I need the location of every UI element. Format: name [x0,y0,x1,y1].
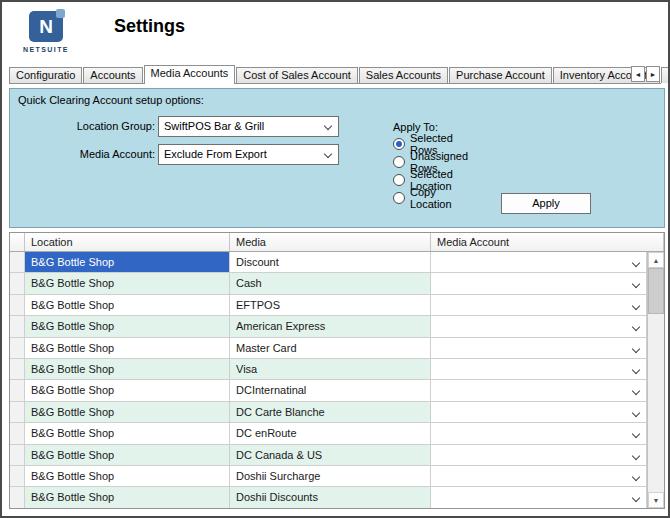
cell-media[interactable]: DC Carte Blanche [230,402,431,423]
cell-location[interactable]: B&G Bottle Shop [25,295,230,316]
media-account-row-dropdown[interactable] [431,402,647,423]
media-account-row-dropdown[interactable] [431,359,647,380]
tab-f[interactable]: F [661,67,670,83]
tab-configuratio[interactable]: Configuratio [9,67,82,83]
cell-media[interactable]: American Express [230,316,431,337]
cell-media[interactable]: DC Canada & US [230,445,431,466]
chevron-down-icon [632,302,640,310]
tab-scroll-right-icon[interactable]: ► [646,66,660,82]
location-group-label: Location Group: [65,120,155,132]
grid-body: B&G Bottle ShopDiscountB&G Bottle ShopCa… [10,252,647,508]
table-row: B&G Bottle ShopDC Carte Blanche [10,402,647,423]
cell-location[interactable]: B&G Bottle Shop [25,380,230,401]
row-selector[interactable] [10,380,25,401]
row-selector[interactable] [10,487,25,508]
row-selector[interactable] [10,359,25,380]
row-selector[interactable] [10,316,25,337]
scroll-down-icon[interactable]: ▼ [648,492,664,508]
cell-media[interactable]: Visa [230,359,431,380]
tab-scroll-left-icon[interactable]: ◄ [631,66,645,82]
media-account-row-dropdown[interactable] [431,487,647,508]
media-account-row-dropdown[interactable] [431,466,647,487]
table-row: B&G Bottle ShopMaster Card [10,338,647,359]
table-row: B&G Bottle ShopVisa [10,359,647,380]
media-account-row-dropdown[interactable] [431,445,647,466]
chevron-down-icon [632,430,640,438]
cell-location[interactable]: B&G Bottle Shop [25,466,230,487]
tab-media-accounts[interactable]: Media Accounts [144,65,236,84]
tab-sales-accounts[interactable]: Sales Accounts [359,67,448,83]
table-row: B&G Bottle ShopDoshii Discounts [10,487,647,508]
cell-location[interactable]: B&G Bottle Shop [25,402,230,423]
cell-media[interactable]: EFTPOS [230,295,431,316]
tab-cost-of-sales-account[interactable]: Cost of Sales Account [236,67,358,83]
radio-dot-icon [393,174,405,186]
cell-location[interactable]: B&G Bottle Shop [25,316,230,337]
grid-header-location[interactable]: Location [25,233,230,251]
row-selector[interactable] [10,273,25,294]
cell-media[interactable]: Master Card [230,338,431,359]
grid-header: LocationMediaMedia Account [10,233,664,252]
cell-location[interactable]: B&G Bottle Shop [25,445,230,466]
chevron-down-icon [632,344,640,352]
scroll-thumb[interactable] [648,268,664,314]
row-selector[interactable] [10,295,25,316]
tab-scroll-buttons: ◄ ► [630,66,660,82]
chevron-down-icon [324,150,332,158]
chevron-down-icon [632,473,640,481]
netsuite-logo-icon: N [29,11,63,42]
cell-location[interactable]: B&G Bottle Shop [25,423,230,444]
cell-location[interactable]: B&G Bottle Shop [25,338,230,359]
table-row: B&G Bottle ShopAmerican Express [10,316,647,337]
row-selector[interactable] [10,252,25,273]
radio-selected-location[interactable]: Selected Location [393,173,453,187]
radio-label: Copy Location [410,186,452,210]
media-account-row-dropdown[interactable] [431,295,647,316]
media-account-row-dropdown[interactable] [431,252,647,273]
row-selector[interactable] [10,338,25,359]
cell-location[interactable]: B&G Bottle Shop [25,273,230,294]
media-account-dropdown[interactable]: Exclude From Export [158,144,339,165]
settings-window: N NETSUITE Settings ConfiguratioAccounts… [0,0,670,518]
grid-header-media-account[interactable]: Media Account [431,233,664,251]
radio-unassigned-rows[interactable]: Unassigned Rows [393,155,468,169]
scroll-up-icon[interactable]: ▲ [648,252,664,268]
media-account-value: Exclude From Export [164,148,267,160]
cell-media[interactable]: DC enRoute [230,423,431,444]
cell-media[interactable]: Doshii Surcharge [230,466,431,487]
chevron-down-icon [632,387,640,395]
panel-title: Quick Clearing Account setup options: [18,94,204,106]
chevron-down-icon [632,259,640,267]
radio-dot-icon [393,138,405,150]
location-group-dropdown[interactable]: SwiftPOS Bar & Grill [158,116,339,137]
cell-location[interactable]: B&G Bottle Shop [25,252,230,273]
radio-copy-location[interactable]: Copy Location [393,191,452,205]
cell-media[interactable]: Doshii Discounts [230,487,431,508]
apply-button[interactable]: Apply [501,193,591,214]
media-account-row-dropdown[interactable] [431,380,647,401]
media-account-row-dropdown[interactable] [431,316,647,337]
vertical-scrollbar[interactable]: ▲ ▼ [647,252,664,508]
media-account-row-dropdown[interactable] [431,423,647,444]
chevron-down-icon [324,122,332,130]
table-row: B&G Bottle ShopDCInternatinal [10,380,647,401]
cell-location[interactable]: B&G Bottle Shop [25,487,230,508]
cell-media[interactable]: Cash [230,273,431,294]
cell-media[interactable]: Discount [230,252,431,273]
grid-header-selector[interactable] [10,233,25,251]
row-selector[interactable] [10,445,25,466]
row-selector[interactable] [10,423,25,444]
grid-header-media[interactable]: Media [230,233,431,251]
row-selector[interactable] [10,466,25,487]
media-account-row-dropdown[interactable] [431,273,647,294]
radio-selected-rows[interactable]: Selected Rows [393,137,453,151]
cell-location[interactable]: B&G Bottle Shop [25,359,230,380]
tab-purchase-account[interactable]: Purchase Account [449,67,552,83]
chevron-down-icon [632,408,640,416]
row-selector[interactable] [10,402,25,423]
tab-accounts[interactable]: Accounts [83,67,142,83]
chevron-down-icon [632,280,640,288]
media-account-row-dropdown[interactable] [431,338,647,359]
cell-media[interactable]: DCInternatinal [230,380,431,401]
media-account-label: Media Account: [65,148,155,160]
